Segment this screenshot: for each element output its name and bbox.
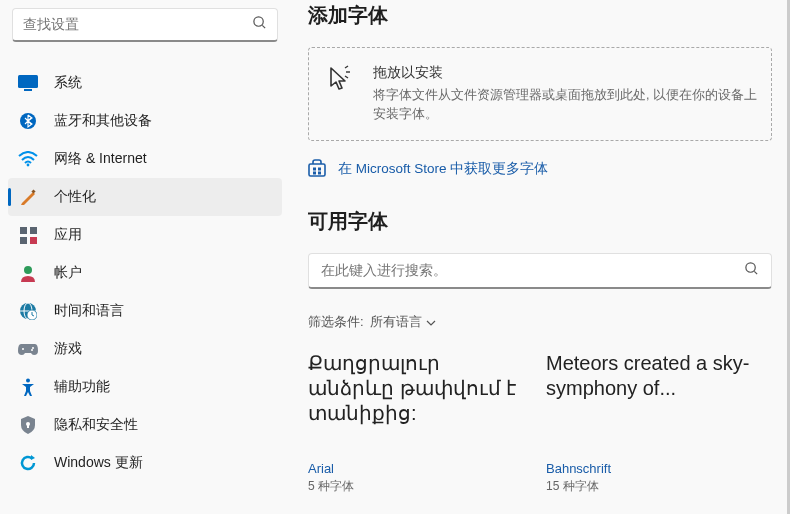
sidebar-item-time-language[interactable]: 时间和语言 <box>8 292 282 330</box>
filter-row: 筛选条件: 所有语言 <box>308 313 772 331</box>
svg-point-11 <box>24 266 32 274</box>
store-link-label: 在 Microsoft Store 中获取更多字体 <box>338 160 548 178</box>
sidebar-item-label: 个性化 <box>54 188 96 206</box>
svg-point-0 <box>254 17 263 26</box>
sidebar-item-label: 游戏 <box>54 340 82 358</box>
font-count: 5 种字体 <box>308 478 528 495</box>
svg-rect-28 <box>313 167 316 170</box>
font-cards: Քաղցրալուր անձրևը թափվում է տանիքից: Ari… <box>308 351 772 495</box>
available-fonts-title: 可用字体 <box>308 208 772 235</box>
sidebar-item-label: 蓝牙和其他设备 <box>54 112 152 130</box>
svg-line-33 <box>754 271 757 274</box>
sidebar-item-label: 隐私和安全性 <box>54 416 138 434</box>
drop-subtitle: 将字体文件从文件资源管理器或桌面拖放到此处, 以便在你的设备上安装字体。 <box>373 86 757 124</box>
font-preview: Քաղցրալուր անձրևը թափվում է տանիքից: <box>308 351 528 451</box>
font-count: 15 种字体 <box>546 478 766 495</box>
apps-icon <box>18 225 38 245</box>
font-search-input[interactable] <box>321 263 744 278</box>
svg-rect-3 <box>24 89 32 91</box>
drop-title: 拖放以安装 <box>373 64 757 82</box>
gaming-icon <box>18 339 38 359</box>
search-icon <box>744 261 759 280</box>
svg-rect-7 <box>20 227 27 234</box>
sidebar-item-apps[interactable]: 应用 <box>8 216 282 254</box>
privacy-icon <box>18 415 38 435</box>
sidebar-item-update[interactable]: Windows 更新 <box>8 444 282 482</box>
accessibility-icon <box>18 377 38 397</box>
sidebar-item-accessibility[interactable]: 辅助功能 <box>8 368 282 406</box>
svg-point-21 <box>26 379 30 383</box>
ms-store-fonts-link[interactable]: 在 Microsoft Store 中获取更多字体 <box>308 159 772 180</box>
svg-point-18 <box>22 348 24 350</box>
svg-rect-27 <box>309 164 325 176</box>
svg-rect-29 <box>318 167 321 170</box>
sidebar-item-label: 应用 <box>54 226 82 244</box>
font-drop-area[interactable]: 拖放以安装 将字体文件从文件资源管理器或桌面拖放到此处, 以便在你的设备上安装字… <box>308 47 772 141</box>
svg-rect-9 <box>20 237 27 244</box>
font-name: Arial <box>308 461 528 476</box>
svg-point-32 <box>746 262 755 271</box>
font-search[interactable] <box>308 253 772 289</box>
font-card-bahnschrift[interactable]: Meteors created a sky-symphony of... Bah… <box>546 351 766 495</box>
chevron-down-icon <box>426 314 436 329</box>
main-content: 添加字体 拖放以安装 将字体文件从文件资源管理器或桌面拖放到此处, 以便在你的设… <box>290 0 790 514</box>
font-name: Bahnschrift <box>546 461 766 476</box>
settings-search-input[interactable] <box>23 17 252 32</box>
accounts-icon <box>18 263 38 283</box>
svg-line-26 <box>345 76 348 78</box>
filter-label: 筛选条件: <box>308 313 364 331</box>
bluetooth-icon <box>18 111 38 131</box>
sidebar-item-bluetooth[interactable]: 蓝牙和其他设备 <box>8 102 282 140</box>
svg-point-19 <box>32 347 34 349</box>
update-icon <box>18 453 38 473</box>
font-card-arial[interactable]: Քաղցրալուր անձրևը թափվում է տանիքից: Ari… <box>308 351 528 495</box>
sidebar-item-label: 帐户 <box>54 264 82 282</box>
add-fonts-title: 添加字体 <box>308 2 772 29</box>
sidebar-item-label: 网络 & Internet <box>54 150 147 168</box>
sidebar-item-personalize[interactable]: 个性化 <box>8 178 282 216</box>
personalize-icon <box>18 187 38 207</box>
sidebar-item-gaming[interactable]: 游戏 <box>8 330 282 368</box>
svg-rect-2 <box>18 75 38 88</box>
svg-rect-31 <box>318 171 321 174</box>
wifi-icon <box>18 149 38 169</box>
svg-point-5 <box>27 164 30 167</box>
time-lang-icon <box>18 301 38 321</box>
svg-point-20 <box>31 349 33 351</box>
system-icon <box>18 73 38 93</box>
filter-value: 所有语言 <box>370 313 422 331</box>
sidebar-item-accounts[interactable]: 帐户 <box>8 254 282 292</box>
svg-rect-8 <box>30 227 37 234</box>
filter-language-dropdown[interactable]: 所有语言 <box>370 313 436 331</box>
sidebar-item-label: Windows 更新 <box>54 454 143 472</box>
svg-rect-10 <box>30 237 37 244</box>
svg-line-1 <box>262 25 265 28</box>
font-preview: Meteors created a sky-symphony of... <box>546 351 766 451</box>
sidebar-item-privacy[interactable]: 隐私和安全性 <box>8 406 282 444</box>
sidebar: 系统 蓝牙和其他设备 网络 & Internet 个性化 应用 帐户 <box>0 0 290 514</box>
sidebar-item-label: 时间和语言 <box>54 302 124 320</box>
svg-line-25 <box>345 66 348 68</box>
svg-rect-30 <box>313 171 316 174</box>
svg-rect-23 <box>27 425 29 428</box>
settings-search[interactable] <box>12 8 278 42</box>
sidebar-item-label: 辅助功能 <box>54 378 110 396</box>
store-icon <box>308 159 326 180</box>
sidebar-item-label: 系统 <box>54 74 82 92</box>
sidebar-item-network[interactable]: 网络 & Internet <box>8 140 282 178</box>
drop-cursor-icon <box>325 64 357 96</box>
sidebar-item-system[interactable]: 系统 <box>8 64 282 102</box>
search-icon <box>252 15 267 34</box>
